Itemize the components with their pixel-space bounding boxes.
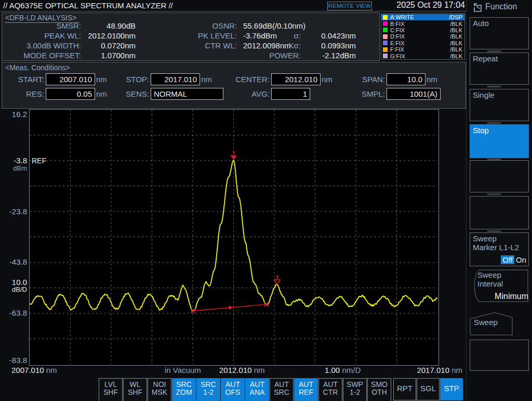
x-tick-stop: 2017.010 nm: [413, 366, 462, 374]
remote-view-badge: REMOTE VIEW: [327, 2, 372, 10]
res-unit: nm: [96, 88, 107, 100]
sens-field[interactable]: NORMAL: [151, 88, 223, 100]
softkey-sweep-marker[interactable]: Sweep Marker L1-L2 OffOn: [470, 232, 529, 266]
toolbar-aut-ctr[interactable]: AUTCTR: [318, 378, 342, 401]
span-field[interactable]: 10.0: [387, 73, 425, 85]
center-unit: nm: [322, 73, 332, 85]
toolbar-src-1-2[interactable]: SRC1-2: [196, 378, 220, 401]
stop-field[interactable]: 2017.010: [151, 73, 200, 85]
trace-b-swatch: [383, 21, 388, 26]
toolbar-aut-src[interactable]: AUTSRC: [270, 378, 294, 401]
avg-label: AVG:: [225, 88, 270, 100]
shortcut-toolbar: LVLSHFWLSHFNOIMSKSRCZOMSRC1-2AUTOFSAUTAN…: [99, 378, 391, 401]
trace-row-b[interactable]: B:FIX/BLK: [381, 20, 464, 27]
dfb-ld-analysis-panel: <DFB-LD ANALYSIS> SMSR: 48.90dB PEAK WL:…: [2, 12, 380, 61]
toolbar-stp[interactable]: STP: [440, 378, 463, 400]
start-label: START:: [7, 73, 44, 85]
y-tick--23.8: -23.8: [3, 208, 27, 215]
y-tick--43.8: -43.8: [3, 258, 27, 266]
x-tick-start: 2007.010 nm: [11, 366, 57, 374]
y-tick-16.2: 16.2: [3, 110, 27, 118]
softkey-blank-2[interactable]: [470, 196, 529, 229]
function-menu-title: Function: [485, 2, 517, 11]
y-scale-annotation: 10.0 dB/D: [3, 279, 27, 293]
function-sidebar: Function Auto Repeat Single Stop Sweep M…: [466, 0, 532, 401]
datetime: 2025 Oct 29 17:04: [378, 1, 465, 10]
svg-text:2: 2: [276, 274, 278, 279]
softkey-single[interactable]: Single: [470, 89, 529, 121]
mode-offset-value: 1.0700nm: [85, 51, 136, 60]
toolbar-noi-msk[interactable]: NOIMSK: [148, 378, 171, 401]
span-label: SPAN:: [340, 73, 385, 85]
x-per-div-annotation: 1.00 nm/D: [325, 366, 361, 374]
softkey-auto[interactable]: Auto: [470, 17, 529, 49]
trace-row-a[interactable]: A:WRITE/DSP: [381, 14, 464, 20]
trace-row-e[interactable]: E:FIX/BLK: [381, 40, 464, 46]
toolbar-swp-1-2[interactable]: SWP1-2: [343, 378, 367, 401]
pk-level-label: PK LEVEL:: [158, 31, 237, 41]
sens-label: SENS:: [106, 88, 149, 100]
start-field[interactable]: 2007.010: [46, 73, 95, 85]
softkey-sweep[interactable]: Sweep: [470, 312, 513, 336]
peak-wl-value: 2012.0100nm: [85, 31, 136, 41]
center-field[interactable]: 2012.010: [271, 73, 321, 85]
toggle-off[interactable]: Off: [501, 255, 514, 264]
meas-header: <Meas. Conditions>: [5, 63, 70, 72]
res-label: RES:: [7, 88, 44, 100]
toolbar-smo-oth[interactable]: SMOOTH: [367, 378, 391, 401]
softkey-divider: [487, 230, 501, 232]
power-value: -2.12dBm: [301, 51, 356, 60]
trace-row-c[interactable]: C:FIX/BLK: [381, 27, 464, 33]
sigma-value: 0.0423nm: [301, 31, 356, 41]
app-title: // AQ6375E OPTICAL SPECTRUM ANALYZER //: [3, 1, 173, 10]
trace-row-d[interactable]: D:FIX/BLK: [381, 33, 464, 40]
softkey-stop[interactable]: Stop: [470, 124, 529, 158]
mode-offset-label: MODE OFFSET:: [7, 51, 81, 60]
trace-a-swatch: [383, 15, 388, 20]
smpl-field[interactable]: 1001(A): [387, 88, 441, 100]
trace-e-swatch: [383, 41, 388, 45]
ksigma-value: 0.0993nm: [301, 41, 356, 50]
trace-row-g[interactable]: G:FIX/BLK: [381, 53, 464, 59]
ctr-wl-label: CTR WL:: [158, 41, 237, 50]
toolbar-rpt[interactable]: RPT: [393, 378, 416, 400]
ksigma-label: Kσ:: [241, 41, 301, 50]
meas-conditions-panel: <Meas. Conditions> START: 2007.010 nm ST…: [2, 62, 466, 109]
width-value: 0.0720nm: [85, 41, 136, 50]
avg-field[interactable]: 1: [271, 88, 310, 100]
span-unit: nm: [427, 73, 437, 85]
softkey-sweep-interval[interactable]: Sweep Interval Minimum: [470, 269, 529, 302]
medium-annotation: in Vacuum: [165, 366, 201, 374]
stop-unit: nm: [201, 73, 212, 85]
toggle-on[interactable]: On: [516, 255, 526, 264]
x-tick-center: 2012.010 nm: [219, 366, 265, 374]
osnr-label: OSNR:: [158, 21, 237, 31]
softkey-blank-1[interactable]: [470, 160, 529, 192]
toolbar-lvl-shf[interactable]: LVLSHF: [99, 378, 123, 401]
toolbar-aut-ana[interactable]: AUTANA: [245, 378, 269, 401]
toolbar-aut-ofs[interactable]: AUTOFS: [221, 378, 245, 401]
softkey-divider: [487, 122, 501, 124]
svg-text:1: 1: [232, 150, 235, 155]
y-tick--83.8: -83.8: [3, 356, 27, 364]
trace-row-f[interactable]: F:FIX/BLK: [381, 46, 464, 53]
trace-d-swatch: [383, 34, 388, 39]
sweep-marker-toggle[interactable]: OffOn: [501, 255, 526, 264]
smpl-label: SMPL:: [340, 88, 385, 100]
center-label: CENTER:: [225, 73, 270, 85]
trace-c-swatch: [383, 28, 388, 32]
stop-label: STOP:: [106, 73, 149, 85]
toolbar-wl-shf[interactable]: WLSHF: [123, 378, 147, 401]
sweep-toolbar: RPTSGLSTP: [393, 378, 463, 400]
peak-wl-label: PEAK WL:: [7, 31, 81, 41]
start-unit: nm: [96, 73, 107, 85]
power-label: POWER:: [241, 51, 301, 60]
softkey-repeat[interactable]: Repeat: [470, 53, 529, 85]
trace-f-swatch: [383, 47, 388, 52]
toolbar-src-zom[interactable]: SRCZOM: [172, 378, 196, 401]
toolbar-sgl[interactable]: SGL: [417, 378, 440, 400]
smsr-value: 48.90dB: [85, 21, 136, 31]
res-field[interactable]: 0.05: [46, 88, 95, 100]
toolbar-aut-ref[interactable]: AUTREF: [294, 378, 318, 401]
softkey-blank-3[interactable]: [470, 340, 529, 371]
